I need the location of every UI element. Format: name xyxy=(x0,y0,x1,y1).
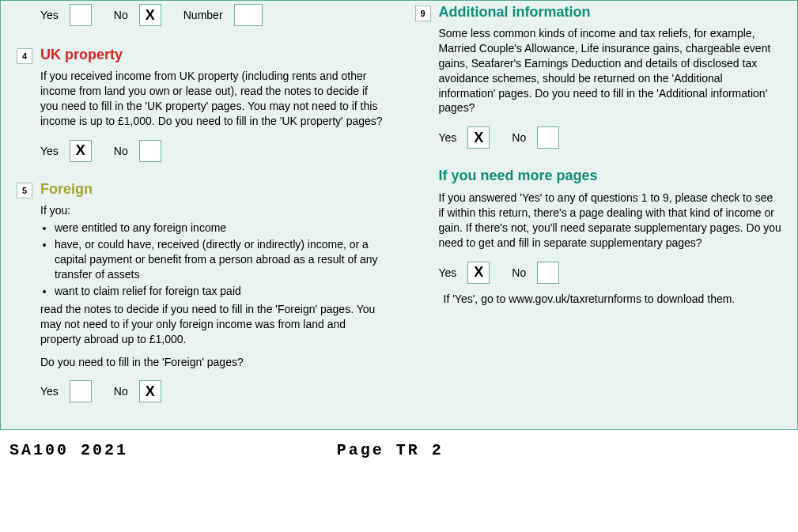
uk-property-body: If you received income from UK property … xyxy=(40,69,384,129)
top-yes-label: Yes xyxy=(40,9,59,21)
right-column: 9 Additional information Some less commo… xyxy=(399,4,798,421)
add-no-label: No xyxy=(512,131,526,144)
section-title-foreign: Foreign xyxy=(40,181,93,198)
page-number: Page TR 2 xyxy=(337,441,789,459)
foreign-question: Do you need to fill in the 'Foreign' pag… xyxy=(40,356,244,368)
additional-body: Some less common kinds of income and tax… xyxy=(439,26,782,115)
foreign-yes-checkbox[interactable] xyxy=(70,380,92,402)
top-yesno-row: Yes No X Number xyxy=(40,4,384,26)
mp-no-checkbox[interactable] xyxy=(537,262,559,284)
section-title-uk-property: UK property xyxy=(40,47,123,63)
add-yes-label: Yes xyxy=(439,131,457,144)
top-no-label: No xyxy=(114,9,128,21)
form-code: SA100 2021 xyxy=(9,441,337,459)
ukp-yes-checkbox[interactable]: X xyxy=(70,140,92,162)
top-number-input[interactable] xyxy=(234,4,263,26)
section-number-5: 5 xyxy=(17,183,32,198)
more-pages-note: If 'Yes', go to www.gov.uk/taxreturnform… xyxy=(444,292,782,307)
mp-no-label: No xyxy=(512,266,526,279)
section-more-pages: If you need more pages If you answered '… xyxy=(415,168,782,306)
section-uk-property: 4 UK property If you received income fro… xyxy=(17,47,384,162)
top-yes-checkbox[interactable] xyxy=(70,4,92,26)
add-no-checkbox[interactable] xyxy=(537,126,559,149)
foreign-no-checkbox[interactable]: X xyxy=(139,380,161,402)
section-foreign: 5 Foreign If you: were entitled to any f… xyxy=(17,181,384,403)
add-yes-checkbox[interactable]: X xyxy=(467,126,490,149)
mp-yes-label: Yes xyxy=(439,266,457,279)
ukp-yes-label: Yes xyxy=(40,145,59,157)
top-number-label: Number xyxy=(183,9,223,21)
ukp-no-checkbox[interactable] xyxy=(139,140,161,162)
foreign-yes-label: Yes xyxy=(40,385,59,398)
more-pages-body: If you answered 'Yes' to any of question… xyxy=(439,191,782,251)
section-title-additional: Additional information xyxy=(439,4,591,21)
section-number-9: 9 xyxy=(415,6,431,21)
section-additional-info: 9 Additional information Some less commo… xyxy=(415,4,782,149)
page-footer: SA100 2021 Page TR 2 xyxy=(0,430,798,464)
more-pages-title: If you need more pages xyxy=(439,168,782,184)
foreign-yesno: Yes No X xyxy=(40,380,384,402)
form-panel: Yes No X Number 4 UK property If you rec… xyxy=(0,0,798,430)
foreign-bullet-2: have, or could have, received (directly … xyxy=(55,237,384,282)
foreign-after: read the notes to decide if you need to … xyxy=(40,303,375,345)
section-number-4: 4 xyxy=(17,48,32,64)
top-no-checkbox[interactable]: X xyxy=(139,4,161,26)
mp-yes-checkbox[interactable]: X xyxy=(467,262,490,284)
foreign-intro: If you: xyxy=(40,204,70,217)
left-column: Yes No X Number 4 UK property If you rec… xyxy=(1,4,399,421)
foreign-bullet-1: were entitled to any foreign income xyxy=(55,221,384,236)
ukp-no-label: No xyxy=(114,145,128,157)
foreign-bullets: were entitled to any foreign income have… xyxy=(40,221,384,298)
foreign-bullet-3: want to claim relief for foreign tax pai… xyxy=(55,284,384,299)
additional-yesno: Yes X No xyxy=(439,126,782,149)
more-pages-yesno: Yes X No xyxy=(439,262,782,284)
foreign-no-label: No xyxy=(114,385,128,398)
foreign-body: If you: were entitled to any foreign inc… xyxy=(40,203,384,370)
uk-property-yesno: Yes X No xyxy=(40,140,384,162)
